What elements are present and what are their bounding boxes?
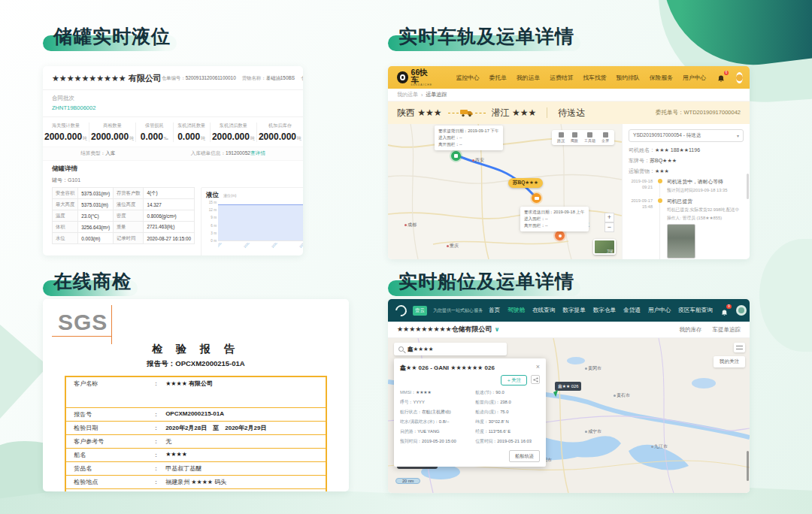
ship-app-navbar: 壹云 为您提供一站式贴心服务 首页 驾驶舱 在线查询 数字提单 数字仓单 金贷通… xyxy=(388,299,750,322)
follow-ship-button[interactable]: ＋关注 xyxy=(501,375,528,386)
nav-finance[interactable]: 金贷通 xyxy=(623,307,641,314)
report-row-commodity: 货品名：甲基叔丁基醚 xyxy=(66,462,326,476)
truck-route-map[interactable]: 要求提货日期：2019-09-17 下午 进入围栏：-- 离开围栏：-- 苏BQ… xyxy=(388,124,622,259)
toolbox-icon xyxy=(587,132,592,138)
section-title-ship: 实时船位及运单详情 xyxy=(398,269,574,294)
y-tick: 15 m xyxy=(206,201,217,204)
y-tick: 0 m xyxy=(206,239,217,243)
field-speed: 航速(节)：90.0 xyxy=(475,389,540,396)
contract-batch-block: 合同批次 ZHNT19B006002 xyxy=(43,90,303,117)
stat-after-pump-qty: 泵机消后数量 2000.000吨 xyxy=(211,122,257,142)
nav-cockpit[interactable]: 驾驶舱 xyxy=(508,307,525,314)
view-detail-link[interactable]: 查详情 xyxy=(250,150,265,156)
destination-marker[interactable] xyxy=(555,231,565,240)
traffic-control[interactable]: 路况 xyxy=(557,132,565,143)
report-row-customer: 客户名称：★★★★ 有限公司 xyxy=(66,377,326,408)
valid-quantity: 仓单有效数量（吨）：50.000 xyxy=(301,75,303,82)
share-icon[interactable] xyxy=(531,375,540,384)
city-label: 咸宁市 xyxy=(585,428,601,435)
waybill-select[interactable]: YSD20190917000054 - 待送达 ▾ xyxy=(629,129,744,142)
map-layers-icon[interactable] xyxy=(734,343,745,352)
nav-my-waybills[interactable]: 我的运单 xyxy=(517,74,540,82)
inbound-doc-info: 入库磅单信息：191200052查详情 xyxy=(191,150,265,157)
fullscreen-control[interactable]: 全屏 xyxy=(601,132,609,143)
x-tick: 2020-08-26 10:04:00 xyxy=(298,243,303,255)
field-callsign: 呼号：YYYY xyxy=(400,399,471,406)
nav-consignment[interactable]: 委托单 xyxy=(489,74,507,82)
nav-queue-booking[interactable]: 预约排队 xyxy=(617,74,640,82)
chart-plot-area: 15 m 12 m 9 m 6 m 3 m 0 m 2020-08-26 15:… xyxy=(218,202,303,241)
stat-unit: 吨 xyxy=(250,136,255,141)
report-row-report-no: 报告号：OPCXM2000215-01A xyxy=(66,408,326,422)
ship-marker-label[interactable]: 鑫★★ 026 xyxy=(555,382,581,391)
vehicle-marker[interactable] xyxy=(532,193,541,203)
section-title-inspection: 在线商检 xyxy=(53,269,132,294)
x-tick: 2020-08-26 08:34:00 xyxy=(218,243,245,255)
ship-position-map[interactable]: 鑫★★★★ 鑫★★ 026 - GANI ★★★★★★ 026 × ＋关注 MM… xyxy=(388,338,750,493)
notification-bell-icon[interactable]: 9 xyxy=(720,307,729,315)
zoom-in-button[interactable]: + xyxy=(604,213,614,222)
batch-number-link[interactable]: ZHNT19B006002 xyxy=(52,104,294,111)
notification-bell-icon[interactable]: 6 xyxy=(717,73,726,82)
ship-search-input[interactable]: 鑫★★★★ xyxy=(394,343,507,355)
nav-epidemic-query[interactable]: 疫区车船查询 xyxy=(678,307,713,314)
liquid-level-chart: 液位液位(m) 液位(m) 15 m 12 m 9 m 6 m 3 m 0 m … xyxy=(201,187,303,255)
vehicle-plate-bubble[interactable]: 苏BQ★★★ xyxy=(508,178,543,188)
pickup-marker[interactable] xyxy=(451,151,461,161)
map-scrollbar[interactable] xyxy=(747,451,749,481)
pickup-proof-photo[interactable] xyxy=(667,224,695,259)
nav-user-center[interactable]: 用户中心 xyxy=(648,307,671,314)
toolbox-control[interactable]: 工具箱 xyxy=(584,132,595,143)
ship-name-title: 鑫★★ 026 - GANI ★★★★★★ 026 xyxy=(400,364,495,372)
my-follow-dropdown[interactable]: 我的关注 xyxy=(714,356,745,367)
city-label: 九江市 xyxy=(651,443,668,450)
overview-eye-control[interactable]: 鹰眼 xyxy=(571,132,578,143)
stat-unit: ‰ xyxy=(164,136,168,141)
my-inventory-link[interactable]: 我的库存 xyxy=(680,326,702,334)
breadcrumb-my-waybills[interactable]: 我的运单 xyxy=(397,91,418,98)
brand-logo[interactable]: 66快车 66KUAICHE xyxy=(397,68,433,87)
nav-digital-warehouse-receipt[interactable]: 数字仓单 xyxy=(593,307,616,314)
driver-name-line: 司机姓名：★★★ 188★★1196 xyxy=(629,147,744,154)
stat-number: 0.000 xyxy=(141,132,163,142)
panel-scrollbar[interactable] xyxy=(747,174,749,199)
chart-y-axis-label: 液位(m) xyxy=(223,193,237,198)
stat-number: 2000.000 xyxy=(91,132,129,142)
platform-logo-icon[interactable] xyxy=(393,302,409,318)
field-latitude: 纬度：30°02.8′ N xyxy=(475,419,540,425)
chart-x-axis-labels: 2020-08-26 08:34:002020-08-26 09:04:0020… xyxy=(218,243,303,255)
nav-insurance[interactable]: 保险服务 xyxy=(650,74,673,82)
company-selector[interactable]: ★★★★★★★★★仓储有限公司∨ xyxy=(397,325,499,334)
nav-freight-settlement[interactable]: 运费结算 xyxy=(550,74,573,82)
brand-subtext: 66KUAICHE xyxy=(411,84,434,87)
zoom-out-button[interactable]: − xyxy=(604,222,614,232)
nav-online-query[interactable]: 在线查询 xyxy=(532,307,555,314)
cargo-name: 货物名称：基础油150BS xyxy=(242,75,295,82)
table-row: 安全容积5375.031(m³) 存货客户数4(个) xyxy=(53,188,195,199)
tank-detail-table: 安全容积5375.031(m³) 存货客户数4(个) 最大高度5375.031(… xyxy=(52,187,195,244)
settlement-band: 结算类型：入库 入库磅单信息：191200052查详情 xyxy=(43,147,303,161)
nav-user-center[interactable]: 用户中心 xyxy=(683,74,706,82)
ship-track-button[interactable]: 船舶轨迹 xyxy=(509,450,540,462)
notification-badge: 9 xyxy=(726,304,732,309)
breadcrumb: 我的运单 › 运单追踪 xyxy=(388,89,750,101)
stat-unit: 吨 xyxy=(297,136,301,141)
user-avatar[interactable] xyxy=(736,72,743,83)
map-scale-bar: 20 nm xyxy=(395,478,420,484)
nav-home[interactable]: 首页 xyxy=(489,307,500,314)
truck-bl-tracking-link[interactable]: 车提单追踪 xyxy=(713,326,741,334)
close-icon[interactable]: × xyxy=(536,364,540,370)
satellite-view-thumbnail[interactable]: 卫星 xyxy=(593,239,616,255)
nav-find-truck-cargo[interactable]: 找车找货 xyxy=(583,74,606,82)
nav-monitor-center[interactable]: 监控中心 xyxy=(456,74,479,82)
stat-unit: 吨 xyxy=(129,136,134,141)
platform-slogan: 为您提供一站式贴心服务 xyxy=(433,307,483,314)
section-title-tank: 储罐实时液位 xyxy=(53,24,171,49)
nav-digital-bl[interactable]: 数字提单 xyxy=(562,307,585,314)
y-tick: 6 m xyxy=(206,223,217,227)
x-tick: 2020-08-26 09:04:00 xyxy=(243,243,273,255)
tank-card-header: ★★★★★★★★★★ 有限公司 仓单编号：5200913120061100010… xyxy=(43,66,303,90)
destination-city: 潜江 ★★★ xyxy=(492,107,537,119)
table-row: 水位0.003(m) 记录时间2020-08-27 16:15:00 xyxy=(53,233,195,244)
user-avatar[interactable] xyxy=(736,305,747,316)
